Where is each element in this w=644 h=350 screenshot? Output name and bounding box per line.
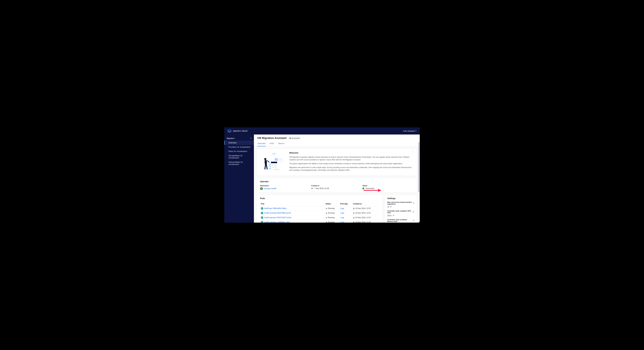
- help-icon[interactable]: ?: [413, 202, 414, 204]
- globe-icon: [353, 221, 355, 223]
- page-title-row: VM Migration Assistant Successful: [257, 137, 416, 140]
- settings-card: Settings Max concurrent virtual machine …: [384, 195, 417, 223]
- pod-name-cell: Pforklift-validation-7fd69fdbc-n4rkz: [260, 220, 325, 223]
- op-label: Status: [362, 185, 414, 186]
- welcome-p3: Migrations are performed in a few simple…: [289, 166, 414, 172]
- sidebar-item-storagemaps[interactable]: StorageMaps for virtualization: [224, 154, 254, 160]
- tabs: Overview YAML Metrics: [257, 141, 416, 146]
- pod-status-cell: Running: [325, 206, 339, 211]
- app-window: spectro cloud Auth disabled Migration Ov…: [224, 127, 420, 223]
- pod-logs-cell: Logs: [340, 215, 352, 220]
- edit-icon[interactable]: [392, 214, 394, 217]
- kebab-menu-button[interactable]: ⋮: [412, 151, 414, 153]
- pod-created: 19 Nov 2024, 12:07: [355, 207, 371, 209]
- welcome-p2: This gives organizations the ability to …: [289, 162, 414, 165]
- pod-status: Running: [328, 212, 334, 214]
- pod-created: 19 Nov 2024, 12:07: [355, 221, 371, 223]
- sidebar-item-label: NetworkMaps for virtualization: [228, 161, 243, 166]
- sidebar-item-providers[interactable]: Providers for virtualization: [224, 145, 254, 149]
- tab-yaml[interactable]: YAML: [269, 141, 275, 146]
- op-label: Namespace: [260, 185, 311, 186]
- pod-created-cell: 19 Nov 2024, 12:07: [352, 211, 379, 215]
- pod-name-cell: Pforklift-api-7965cb85fc-ft8km: [260, 206, 325, 211]
- brand: spectro cloud: [228, 129, 248, 133]
- status-badge: Successful: [288, 137, 301, 140]
- setting-value-row: 20: [387, 206, 414, 208]
- welcome-heading: Welcome: [289, 152, 414, 154]
- tab-metrics[interactable]: Metrics: [278, 141, 285, 146]
- svg-rect-8: [275, 159, 276, 160]
- auth-menu[interactable]: Auth disabled: [403, 130, 416, 132]
- sync-icon: [326, 212, 327, 214]
- status-dot-icon: [290, 138, 291, 139]
- namespace-link[interactable]: konveyor-forklift: [264, 187, 276, 190]
- svg-point-27: [353, 221, 354, 223]
- svg-rect-7: [275, 158, 278, 161]
- operator-created: Created at 7 Nov 2024, 01:09: [311, 185, 362, 190]
- sidebar-group-migration[interactable]: Migration: [224, 136, 254, 141]
- svg-point-22: [274, 169, 280, 170]
- scrollbar-thumb[interactable]: [418, 142, 420, 192]
- pod-created: 19 Nov 2024, 12:07: [355, 216, 371, 219]
- sidebar-item-overview[interactable]: Overview: [224, 141, 254, 145]
- col-created: Created at: [352, 202, 379, 206]
- logs-link[interactable]: Logs: [340, 207, 344, 209]
- pod-badge-icon: P: [261, 207, 263, 210]
- setting-value-row: 500m: [387, 214, 414, 217]
- setting-item: Controller main container CPU limit?500m: [387, 210, 414, 217]
- pod-logs-cell: Logs: [340, 206, 352, 211]
- pod-badge-icon: P: [261, 216, 263, 219]
- pod-link[interactable]: forklift-controller-fbb979684-qz2r6: [264, 212, 291, 214]
- globe-icon: [353, 208, 355, 209]
- pod-link[interactable]: forklift-operator-67647464f7-h2nkk: [264, 216, 291, 219]
- welcome-illustration: [260, 152, 285, 171]
- content-scroll[interactable]: VM Migration Assistant Successful Overvi…: [254, 135, 420, 223]
- created-at: 7 Nov 2024, 01:09: [314, 187, 329, 189]
- logs-link[interactable]: Logs: [340, 216, 344, 219]
- sidebar-item-plans[interactable]: Plans for virtualization: [224, 149, 254, 154]
- pod-created: 19 Nov 2024, 12:07: [355, 212, 371, 214]
- pod-status-cell: Running: [325, 220, 339, 223]
- globe-icon: [353, 217, 355, 219]
- table-row: Pforklift-controller-fbb979684-qz2r6Runn…: [260, 211, 379, 215]
- pod-logs-cell: Logs: [340, 220, 352, 223]
- setting-value: 20: [387, 206, 389, 208]
- tab-overview[interactable]: Overview: [257, 141, 266, 146]
- operator-grid: Namespace NS konveyor-forklift Created a…: [260, 185, 414, 190]
- chevron-down-icon: [250, 138, 252, 139]
- namespace-badge-icon: NS: [260, 187, 263, 190]
- sidebar-group-label: Migration: [227, 137, 234, 139]
- pod-status-cell: Running: [325, 211, 339, 215]
- scrollbar[interactable]: [418, 142, 420, 222]
- table-row: Pforklift-api-7965cb85fc-ft8kmRunningLog…: [260, 206, 379, 211]
- pod-link[interactable]: forklift-api-7965cb85fc-ft8km: [264, 207, 286, 209]
- sidebar-item-networkmaps[interactable]: NetworkMaps for virtualization: [224, 160, 254, 167]
- svg-rect-4: [279, 159, 283, 162]
- settings-heading: Settings: [387, 197, 414, 199]
- brand-text: spectro cloud: [233, 130, 248, 132]
- logs-link[interactable]: Logs: [340, 221, 344, 223]
- help-icon[interactable]: ?: [413, 220, 414, 221]
- svg-rect-20: [271, 162, 277, 163]
- table-row: Pforklift-validation-7fd69fdbc-n4rkzRunn…: [260, 220, 379, 223]
- sidebar: Migration Overview Providers for virtual…: [224, 135, 254, 223]
- page-title: VM Migration Assistant: [257, 137, 286, 140]
- svg-rect-14: [270, 164, 271, 165]
- pod-created-cell: 19 Nov 2024, 12:07: [352, 215, 379, 220]
- pod-logs-cell: Logs: [340, 211, 352, 215]
- brand-logo-icon: [228, 129, 232, 133]
- op-value: ✓ Successful: [362, 187, 414, 189]
- help-icon[interactable]: ?: [412, 211, 414, 213]
- pods-card: Pods Pod Status Pod logs Created at: [256, 195, 382, 223]
- pod-status: Running: [328, 207, 334, 209]
- status-text: Successful: [366, 187, 374, 189]
- svg-point-21: [264, 158, 266, 160]
- pod-name-cell: Pforklift-controller-fbb979684-qz2r6: [260, 211, 325, 215]
- sidebar-item-label: Overview: [228, 142, 236, 144]
- pod-link[interactable]: forklift-validation-7fd69fdbc-n4rkz: [264, 221, 290, 223]
- main-content: VM Migration Assistant Successful Overvi…: [254, 135, 420, 223]
- sync-icon: [326, 217, 327, 219]
- logs-link[interactable]: Logs: [340, 212, 344, 214]
- pod-status: Running: [328, 216, 334, 219]
- edit-icon[interactable]: [390, 206, 392, 208]
